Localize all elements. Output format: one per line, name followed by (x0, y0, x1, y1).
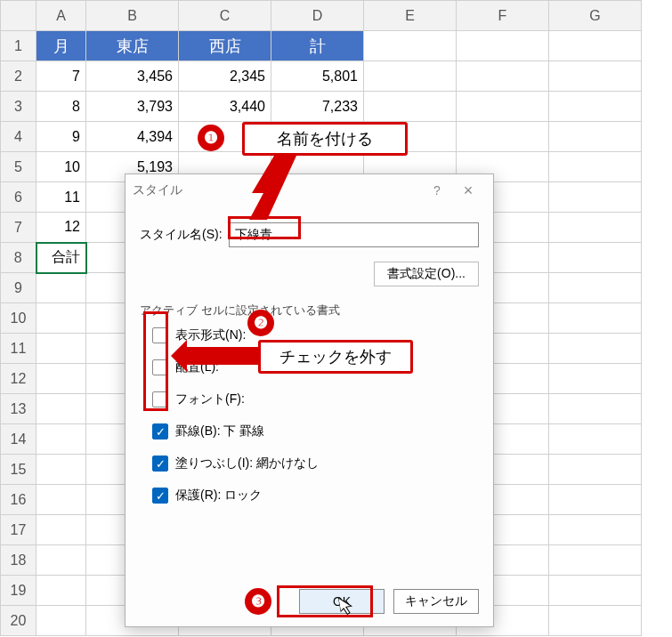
cell-D2[interactable]: 5,801 (271, 61, 364, 92)
row-header-8[interactable]: 8 (1, 243, 36, 273)
annotation-2-arrow-icon (169, 338, 267, 374)
row-header-2[interactable]: 2 (1, 61, 36, 92)
cell-B2[interactable]: 3,456 (86, 61, 179, 92)
cell-G1[interactable] (549, 31, 642, 61)
row-header-6[interactable]: 6 (1, 182, 36, 213)
row-header-7[interactable]: 7 (1, 213, 36, 243)
col-header-E[interactable]: E (364, 1, 457, 31)
cell-G5[interactable] (549, 152, 642, 182)
annotation-2: チェックを外す (258, 340, 413, 374)
row-header-13[interactable]: 13 (1, 394, 36, 424)
style-dialog: スタイル ? × スタイル名(S): 書式設定(O)... アクティブ セルに設… (125, 173, 494, 627)
cell-G7[interactable] (549, 213, 642, 243)
row-header-12[interactable]: 12 (1, 364, 36, 394)
cell-G4[interactable] (549, 122, 642, 152)
cell-G6[interactable] (549, 182, 642, 213)
cell-D3[interactable]: 7,233 (271, 92, 364, 122)
col-header-F[interactable]: F (457, 1, 549, 31)
cell-G8[interactable] (549, 243, 642, 273)
cell-F2[interactable] (457, 61, 549, 92)
col-header-B[interactable]: B (86, 1, 179, 31)
checkbox-protection-label: 保護(R): ロック (175, 488, 262, 504)
row-header-14[interactable]: 14 (1, 424, 36, 455)
cell-C1[interactable]: 西店 (179, 31, 271, 61)
close-button[interactable]: × (450, 181, 486, 200)
row-header-10[interactable]: 10 (1, 303, 36, 334)
cell-D1[interactable]: 計 (271, 31, 364, 61)
cell-E3[interactable] (364, 92, 457, 122)
cell-A5[interactable]: 10 (36, 152, 86, 182)
col-header-D[interactable]: D (271, 1, 364, 31)
row-header-16[interactable]: 16 (1, 485, 36, 515)
row-header-17[interactable]: 17 (1, 515, 36, 545)
style-name-label: スタイル名(S): (140, 227, 229, 243)
svg-marker-0 (249, 156, 296, 220)
row-header-1[interactable]: 1 (1, 31, 36, 61)
row-header-18[interactable]: 18 (1, 545, 36, 576)
cell-G2[interactable] (549, 61, 642, 92)
style-name-input[interactable] (229, 222, 479, 247)
row-header-4[interactable]: 4 (1, 122, 36, 152)
format-settings-button[interactable]: 書式設定(O)... (374, 262, 479, 286)
checkbox-border-label: 罫線(B): 下 罫線 (175, 423, 264, 439)
cancel-button[interactable]: キャンセル (393, 589, 479, 614)
row-header-11[interactable]: 11 (1, 334, 36, 364)
row-header-19[interactable]: 19 (1, 576, 36, 606)
badge-2-icon: ❷ (247, 310, 274, 336)
cell-A2[interactable]: 7 (36, 61, 86, 92)
col-header-C[interactable]: C (179, 1, 271, 31)
cell-A4[interactable]: 9 (36, 122, 86, 152)
select-all-corner[interactable] (1, 1, 36, 31)
annotation-1: 名前を付ける (242, 122, 408, 156)
checkbox-fill[interactable] (152, 456, 168, 472)
cell-B3[interactable]: 3,793 (86, 92, 179, 122)
badge-3-icon: ❸ (245, 588, 271, 615)
dialog-titlebar[interactable]: スタイル ? × (125, 174, 493, 206)
col-header-G[interactable]: G (549, 1, 642, 31)
cell-A6[interactable]: 11 (36, 182, 86, 213)
checkbox-font[interactable] (152, 391, 168, 407)
cell-A1[interactable]: 月 (36, 31, 86, 61)
row-header-9[interactable]: 9 (1, 273, 36, 303)
cell-A3[interactable]: 8 (36, 92, 86, 122)
cell-G3[interactable] (549, 92, 642, 122)
svg-marker-2 (338, 596, 352, 616)
checkbox-font-label: フォント(F): (175, 391, 245, 407)
cell-E1[interactable] (364, 31, 457, 61)
cell-B1[interactable]: 東店 (86, 31, 179, 61)
cell-A7[interactable]: 12 (36, 213, 86, 243)
row-header-15[interactable]: 15 (1, 455, 36, 485)
row-header-20[interactable]: 20 (1, 606, 36, 636)
cell-C3[interactable]: 3,440 (179, 92, 271, 122)
row-header-5[interactable]: 5 (1, 152, 36, 182)
svg-marker-1 (171, 340, 263, 372)
row-header-3[interactable]: 3 (1, 92, 36, 122)
checkbox-protection[interactable] (152, 488, 168, 504)
checkbox-fill-label: 塗りつぶし(I): 網かけなし (175, 456, 319, 472)
cell-B4[interactable]: 4,394 (86, 122, 179, 152)
cell-A8[interactable]: 合計 (36, 243, 86, 273)
cell-C2[interactable]: 2,345 (179, 61, 271, 92)
cell-F3[interactable] (457, 92, 549, 122)
active-cell-format-label: アクティブ セルに設定されている書式 (140, 302, 479, 318)
checkbox-border[interactable] (152, 423, 168, 439)
help-button[interactable]: ? (424, 183, 450, 198)
cell-E2[interactable] (364, 61, 457, 92)
cell-F1[interactable] (457, 31, 549, 61)
cell-F4[interactable] (457, 122, 549, 152)
annotation-1-arrow-icon (247, 153, 301, 224)
checkbox-number[interactable] (152, 327, 168, 343)
checkbox-alignment[interactable] (152, 359, 168, 375)
col-header-A[interactable]: A (36, 1, 86, 31)
badge-1-icon: ❶ (198, 125, 224, 151)
